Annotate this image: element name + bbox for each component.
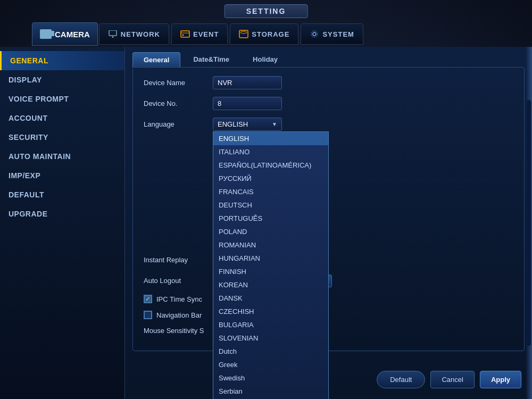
main-window: SETTING CAMERA NETWORK EVENT: [0, 0, 532, 399]
sidebar-item-security[interactable]: SECURITY: [0, 128, 124, 147]
svg-point-5: [182, 35, 184, 36]
svg-point-9: [311, 31, 318, 37]
language-dropdown[interactable]: ENGLISH ITALIANO ESPAÑOL(LATINOAMÉRICA) …: [213, 131, 329, 399]
chevron-down-icon: ▼: [272, 121, 277, 127]
sub-tab-holiday[interactable]: Holiday: [242, 52, 288, 67]
tab-camera[interactable]: CAMERA: [32, 22, 98, 46]
svg-point-7: [240, 31, 247, 34]
lang-bulgaria[interactable]: BULGARIA: [213, 318, 328, 331]
apply-button[interactable]: Apply: [480, 371, 521, 388]
lang-italiano[interactable]: ITALIANO: [213, 145, 328, 159]
tab-storage[interactable]: STORAGE: [230, 23, 298, 45]
tab-system[interactable]: SYSTEM: [301, 23, 363, 45]
lang-serbian[interactable]: Serbian: [213, 385, 328, 398]
sidebar-item-account[interactable]: ACCOUNT: [0, 109, 124, 128]
sidebar-item-auto-maintain[interactable]: AUTO MAINTAIN: [0, 147, 124, 166]
instant-replay-label: Instant Replay: [144, 256, 213, 264]
device-name-label: Device Name: [144, 79, 213, 87]
navigation-bar-checkbox[interactable]: [144, 311, 152, 319]
sidebar-item-display[interactable]: DISPLAY: [0, 70, 124, 89]
tab-system-label: SYSTEM: [322, 30, 354, 38]
sub-tabs: General Date&Time Holiday: [125, 47, 532, 67]
bottom-buttons: Default Cancel Apply: [377, 371, 521, 388]
cancel-button[interactable]: Cancel: [430, 371, 474, 388]
default-button[interactable]: Default: [377, 371, 425, 388]
language-value: ENGLISH: [218, 120, 248, 128]
lang-dansk[interactable]: DANSK: [213, 292, 328, 305]
main-content: GENERAL DISPLAY VOICE PROMPT ACCOUNT SEC…: [0, 47, 532, 399]
lang-portugues[interactable]: PORTUGUÊS: [213, 212, 328, 225]
ipc-time-sync-label: IPC Time Sync: [156, 295, 202, 303]
device-name-row: Device Name: [144, 76, 513, 89]
event-icon: [180, 30, 190, 38]
navigation-bar-label: Navigation Bar: [156, 311, 202, 319]
tab-camera-label: CAMERA: [55, 30, 90, 39]
camera-icon: [40, 29, 52, 39]
lang-russian[interactable]: РУССКИЙ: [213, 172, 328, 185]
scrollbar[interactable]: [527, 100, 531, 346]
svg-point-1: [112, 37, 113, 38]
tab-network-label: NETWORK: [121, 30, 160, 38]
device-name-input[interactable]: [213, 76, 282, 89]
svg-point-8: [313, 32, 316, 36]
lang-espanol-lat[interactable]: ESPAÑOL(LATINOAMÉRICA): [213, 159, 328, 172]
lang-czechish[interactable]: CZECHISH: [213, 305, 328, 318]
lang-deutsch[interactable]: DEUTSCH: [213, 198, 328, 212]
lang-korean[interactable]: KOREAN: [213, 278, 328, 292]
lang-english[interactable]: ENGLISH: [213, 132, 328, 145]
lang-slovenian[interactable]: SLOVENIAN: [213, 331, 328, 345]
network-icon: [108, 30, 118, 38]
sidebar: GENERAL DISPLAY VOICE PROMPT ACCOUNT SEC…: [0, 47, 125, 399]
lang-dutch[interactable]: Dutch: [213, 345, 328, 358]
language-select[interactable]: ENGLISH ▼: [213, 118, 282, 131]
lang-francais[interactable]: FRANCAIS: [213, 185, 328, 198]
device-no-row: Device No.: [144, 97, 513, 110]
sub-tab-datetime[interactable]: Date&Time: [182, 52, 240, 67]
mouse-sensitivity-label: Mouse Sensitivity S: [144, 327, 213, 335]
sidebar-item-general[interactable]: GENERAL: [0, 51, 124, 70]
form-area: Device Name Device No. Language: [132, 67, 525, 351]
lang-finnish[interactable]: FINNISH: [213, 265, 328, 278]
sidebar-item-upgrade[interactable]: UPGRADE: [0, 204, 124, 223]
device-no-input[interactable]: [213, 97, 282, 110]
tab-storage-label: STORAGE: [252, 30, 289, 38]
ipc-time-sync-checkbox[interactable]: ✓: [144, 295, 152, 303]
lang-hungarian[interactable]: HUNGARIAN: [213, 252, 328, 265]
svg-rect-0: [109, 30, 117, 36]
title-text: SETTING: [246, 7, 286, 15]
device-no-label: Device No.: [144, 99, 213, 107]
window-title: SETTING: [225, 4, 308, 18]
check-icon: ✓: [145, 295, 151, 303]
sidebar-item-voice-prompt[interactable]: VOICE PROMPT: [0, 89, 124, 109]
top-nav: CAMERA NETWORK EVENT STORAGE: [32, 21, 527, 47]
right-edge: [526, 47, 532, 399]
language-row: Language ENGLISH ▼ ENGLISH ITALIANO ESPA…: [144, 118, 513, 131]
language-label: Language: [144, 120, 213, 128]
system-icon: [310, 30, 319, 38]
lang-romanian[interactable]: ROMANIAN: [213, 238, 328, 252]
content-panel: General Date&Time Holiday Device Name: [125, 47, 532, 399]
storage-icon: [239, 30, 248, 38]
sidebar-item-imp-exp[interactable]: IMP/EXP: [0, 166, 124, 185]
auto-logout-label: Auto Logout: [144, 277, 213, 285]
lang-swedish[interactable]: Swedish: [213, 371, 328, 385]
svg-rect-3: [181, 31, 189, 37]
tab-event-label: EVENT: [193, 30, 219, 38]
tab-network[interactable]: NETWORK: [99, 23, 169, 45]
tab-event[interactable]: EVENT: [171, 23, 228, 45]
sidebar-item-default[interactable]: DEFAULT: [0, 185, 124, 204]
lang-greek[interactable]: Greek: [213, 358, 328, 371]
lang-poland[interactable]: POLAND: [213, 225, 328, 238]
sub-tab-general[interactable]: General: [132, 52, 180, 67]
